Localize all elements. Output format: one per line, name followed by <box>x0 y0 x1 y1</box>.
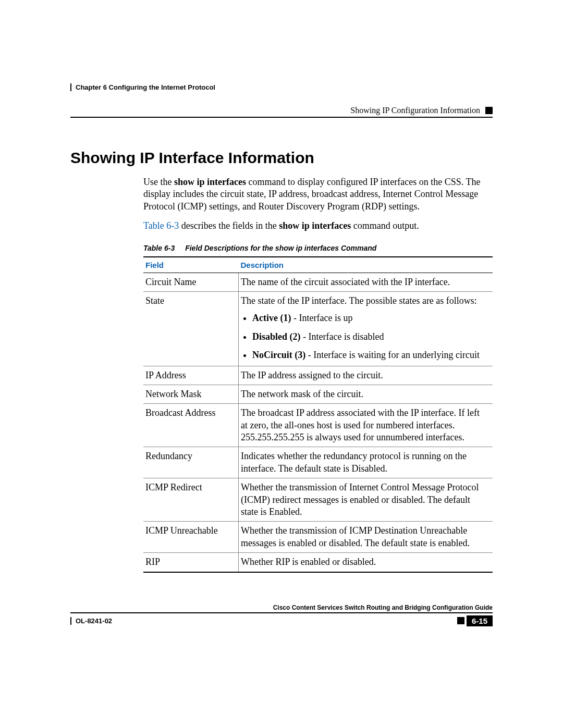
header-marker-icon <box>485 107 493 114</box>
page-title: Showing IP Interface Information <box>70 149 493 167</box>
desc-cell: The broadcast IP address associated with… <box>239 404 493 447</box>
table-header-field: Field <box>143 257 239 273</box>
field-descriptions-table: Field Description Circuit Name The name … <box>143 256 493 573</box>
intro-command: show ip interfaces <box>174 177 246 187</box>
desc-cell: Whether the transmission of ICMP Destina… <box>239 522 493 553</box>
field-cell: Broadcast Address <box>143 404 239 447</box>
running-header: Chapter 6 Configuring the Internet Proto… <box>70 83 493 91</box>
state-text: - Interface is disabled <box>301 331 384 342</box>
footer-marker-icon <box>457 617 464 624</box>
intro-paragraph: Use the show ip interfaces command to di… <box>143 176 493 213</box>
footer-doc-id: OL-8241-02 <box>70 617 112 625</box>
table-caption-text: Field Descriptions for the show ip inter… <box>185 244 376 252</box>
page: Chapter 6 Configuring the Internet Proto… <box>0 0 563 728</box>
list-item: NoCircuit (3) - Interface is waiting for… <box>252 349 488 361</box>
table-row: ICMP Unreachable Whether the transmissio… <box>143 522 493 553</box>
chapter-label: Chapter 6 Configuring the Internet Proto… <box>70 83 215 91</box>
desc-cell: The network mask of the circuit. <box>239 385 493 403</box>
field-cell: Circuit Name <box>143 273 239 291</box>
intro-pre: Use the <box>143 177 174 187</box>
table-xref-link[interactable]: Table 6-3 <box>143 220 179 231</box>
state-text: - Interface is waiting for an underlying… <box>305 350 480 360</box>
page-footer: Cisco Content Services Switch Routing an… <box>70 604 493 626</box>
table-header-description: Description <box>239 257 493 273</box>
state-text: - Interface is up <box>291 313 352 323</box>
table-row: IP Address The IP address assigned to th… <box>143 366 493 385</box>
xref-post: command output. <box>351 220 419 231</box>
desc-cell: Whether the transmission of Internet Con… <box>239 478 493 522</box>
body-content: Use the show ip interfaces command to di… <box>143 176 493 573</box>
field-cell: State <box>143 291 239 366</box>
desc-cell: The name of the circuit associated with … <box>239 273 493 291</box>
table-row: Broadcast Address The broadcast IP addre… <box>143 404 493 447</box>
list-item: Disabled (2) - Interface is disabled <box>252 331 488 343</box>
table-row: Network Mask The network mask of the cir… <box>143 385 493 403</box>
table-caption-number: Table 6-3 <box>143 244 175 252</box>
table-row: ICMP Redirect Whether the transmission o… <box>143 478 493 522</box>
desc-cell: The IP address assigned to the circuit. <box>239 366 493 385</box>
footer-guide-title: Cisco Content Services Switch Routing an… <box>70 604 493 613</box>
field-cell: ICMP Redirect <box>143 478 239 522</box>
table-row: Redundancy Indicates whether the redunda… <box>143 447 493 478</box>
field-cell: IP Address <box>143 366 239 385</box>
field-cell: Redundancy <box>143 447 239 478</box>
table-row: State The state of the IP interface. The… <box>143 291 493 366</box>
field-cell: Network Mask <box>143 385 239 403</box>
desc-cell: Whether RIP is enabled or disabled. <box>239 553 493 572</box>
xref-paragraph: Table 6-3 describes the fields in the sh… <box>143 220 493 232</box>
state-label: Active (1) <box>252 313 291 323</box>
section-label: Showing IP Configuration Information <box>350 106 480 115</box>
xref-command: show ip interfaces <box>279 220 351 231</box>
desc-cell: The state of the IP interface. The possi… <box>239 291 493 366</box>
state-intro: The state of the IP interface. The possi… <box>241 295 477 306</box>
state-label: Disabled (2) <box>252 331 301 342</box>
page-number-wrap: 6-15 <box>457 615 493 626</box>
table-row: RIP Whether RIP is enabled or disabled. <box>143 553 493 572</box>
field-cell: ICMP Unreachable <box>143 522 239 553</box>
field-cell: RIP <box>143 553 239 572</box>
page-number: 6-15 <box>467 615 493 626</box>
state-label: NoCircuit (3) <box>252 350 305 360</box>
table-row: Circuit Name The name of the circuit ass… <box>143 273 493 291</box>
state-list: Active (1) - Interface is up Disabled (2… <box>241 312 488 361</box>
list-item: Active (1) - Interface is up <box>252 312 488 324</box>
xref-mid: describes the fields in the <box>179 220 279 231</box>
section-label-wrap: Showing IP Configuration Information <box>70 94 493 118</box>
table-caption: Table 6-3Field Descriptions for the show… <box>143 244 493 252</box>
desc-cell: Indicates whether the redundancy protoco… <box>239 447 493 478</box>
